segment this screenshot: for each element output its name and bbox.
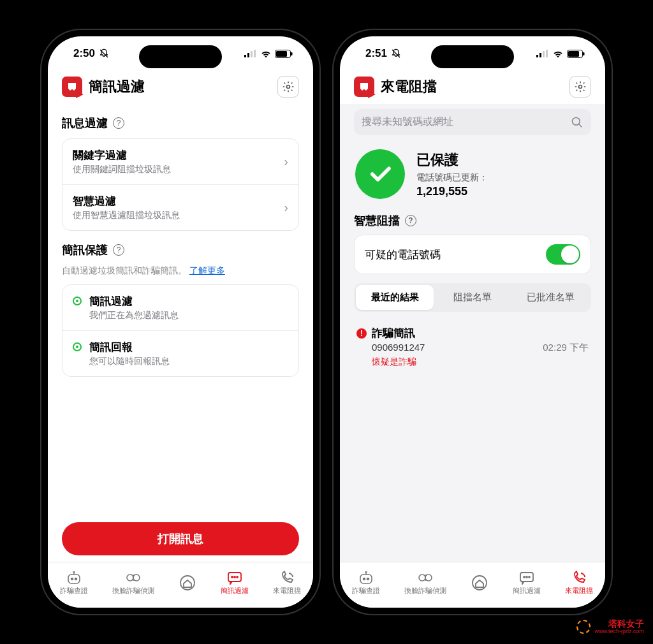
section-smart-block: 智慧阻擋 ? — [354, 213, 591, 228]
notch — [139, 45, 222, 68]
svg-rect-0 — [244, 55, 246, 57]
page-title: 來電阻擋 — [381, 77, 437, 96]
svg-rect-27 — [360, 574, 372, 583]
settings-button[interactable] — [569, 76, 591, 98]
svg-point-15 — [231, 576, 233, 578]
row-subtitle: 使用智慧過濾阻擋垃圾訊息 — [73, 210, 180, 221]
tab-label: 來電阻擋 — [565, 586, 593, 596]
row-title: 關鍵字過濾 — [73, 148, 171, 163]
svg-rect-5 — [276, 51, 287, 57]
tab-home[interactable] — [179, 574, 196, 592]
tab-call-block[interactable]: 來電阻擋 — [273, 571, 301, 596]
suspicious-number-toggle[interactable] — [546, 244, 580, 265]
section-message-filter: 訊息過濾 ? — [62, 115, 299, 131]
notch — [431, 45, 514, 68]
tab-label: 換臉詐騙偵測 — [404, 586, 446, 596]
section-description: 自動過濾垃圾簡訊和詐騙簡訊。 了解更多 — [62, 265, 299, 277]
screen-left: 2:50 簡訊過濾 — [48, 36, 313, 608]
open-messages-button[interactable]: 打開訊息 — [62, 522, 299, 555]
check-circle-icon — [355, 149, 405, 199]
help-icon[interactable]: ? — [113, 117, 124, 129]
svg-rect-2 — [251, 51, 253, 57]
help-icon[interactable]: ? — [113, 244, 124, 256]
watermark-logo-icon — [576, 620, 591, 634]
face-swap-icon — [417, 571, 434, 585]
protected-subtitle: 電話號碼已更新： — [416, 172, 488, 184]
svg-rect-8 — [68, 574, 80, 583]
watermark-url: www.tech-girlz.com — [594, 629, 644, 635]
row-smart-filter[interactable]: 智慧過濾 使用智慧過濾阻擋垃圾訊息 › — [62, 184, 298, 230]
tab-home[interactable] — [471, 574, 488, 592]
home-icon — [179, 574, 196, 591]
wifi-icon — [260, 50, 272, 58]
call-label: 詐騙簡訊 — [372, 326, 415, 340]
svg-point-35 — [526, 576, 527, 578]
help-icon[interactable]: ? — [405, 215, 416, 226]
tab-scam-check[interactable]: 詐騙查證 — [60, 571, 88, 596]
row-title: 智慧過濾 — [73, 194, 180, 209]
segmented-control: 最近的結果 阻擋名單 已批准名單 — [354, 283, 591, 312]
phone-icon — [571, 571, 587, 585]
svg-rect-1 — [247, 53, 249, 57]
tab-call-block[interactable]: 來電阻擋 — [565, 571, 593, 596]
bell-slash-icon — [391, 48, 401, 59]
signal-icon — [244, 50, 257, 57]
signal-icon — [536, 50, 549, 57]
robot-icon — [358, 571, 374, 585]
protection-status: 已保護 電話號碼已更新： 1,219,555 — [354, 145, 591, 213]
phone-icon — [279, 571, 295, 585]
recent-call-item[interactable]: ! 詐騙簡訊 0906991247 02:29 下午 懷疑是詐騙 — [354, 321, 591, 373]
settings-button[interactable] — [277, 76, 299, 98]
alert-icon: ! — [356, 328, 367, 339]
watermark-text: 塔科女子 — [608, 618, 644, 629]
row-subtitle: 使用關鍵詞阻擋垃圾訊息 — [73, 164, 171, 175]
watermark: 塔科女子 www.tech-girlz.com — [576, 619, 644, 635]
tab-label: 簡訊過濾 — [513, 586, 541, 596]
tab-scam-check[interactable]: 詐騙查證 — [352, 571, 380, 596]
tab-deepfake[interactable]: 換臉詐騙偵測 — [404, 571, 446, 596]
home-icon — [471, 574, 488, 591]
tab-label: 簡訊過濾 — [221, 586, 249, 596]
search-placeholder: 搜尋未知號碼或網址 — [362, 115, 571, 129]
svg-point-17 — [237, 576, 238, 578]
section-title-text: 訊息過濾 — [62, 115, 108, 131]
face-swap-icon — [125, 571, 142, 585]
battery-icon — [567, 50, 585, 58]
status-sms-report: 簡訊回報 您可以隨時回報訊息 — [62, 330, 298, 376]
protected-count: 1,219,555 — [416, 185, 488, 198]
learn-more-link[interactable]: 了解更多 — [189, 265, 225, 275]
status-sms-filter: 簡訊過濾 我們正在為您過濾訊息 — [62, 285, 298, 330]
tab-deepfake[interactable]: 換臉詐騙偵測 — [112, 571, 154, 596]
battery-icon — [275, 50, 293, 58]
status-title: 簡訊回報 — [89, 340, 170, 355]
svg-rect-24 — [583, 52, 585, 55]
content-left: 訊息過濾 ? 關鍵字過濾 使用關鍵詞阻擋垃圾訊息 › 智慧過濾 — [48, 104, 313, 522]
chevron-right-icon: › — [284, 154, 288, 169]
status-title: 簡訊過濾 — [89, 294, 179, 309]
clock: 2:50 — [73, 47, 95, 60]
page-title: 簡訊過濾 — [89, 77, 145, 96]
sms-protect-card: 簡訊過濾 我們正在為您過濾訊息 簡訊回報 您可以隨時回報訊息 — [62, 284, 299, 377]
section-title-text: 智慧阻擋 — [354, 213, 400, 228]
tab-bar: 詐騙查證 換臉詐騙偵測 簡訊過濾 來電阻擋 — [48, 562, 313, 608]
bell-slash-icon — [99, 48, 109, 59]
tab-sms-filter[interactable]: 簡訊過濾 — [221, 571, 249, 596]
svg-point-30 — [419, 574, 425, 581]
row-keyword-filter[interactable]: 關鍵字過濾 使用關鍵詞阻擋垃圾訊息 › — [62, 139, 298, 184]
status-dot-icon — [73, 296, 82, 305]
svg-point-16 — [234, 576, 235, 578]
status-subtitle: 我們正在為您過濾訊息 — [89, 310, 179, 321]
segment-recent[interactable]: 最近的結果 — [356, 285, 434, 310]
segment-blocklist[interactable]: 阻擋名單 — [434, 285, 511, 310]
segment-allowlist[interactable]: 已批准名單 — [511, 285, 589, 310]
svg-point-36 — [529, 576, 530, 578]
svg-point-11 — [127, 574, 133, 581]
tab-sms-filter[interactable]: 簡訊過濾 — [513, 571, 541, 596]
content-right: 搜尋未知號碼或網址 已保護 電話號碼已更新： 1,219,555 智慧阻擋 — [340, 104, 605, 562]
search-input[interactable]: 搜尋未知號碼或網址 — [354, 109, 591, 135]
svg-point-9 — [71, 578, 73, 580]
svg-point-7 — [287, 85, 290, 89]
robot-icon — [66, 571, 82, 585]
chat-icon — [518, 571, 535, 585]
svg-point-10 — [75, 578, 77, 580]
